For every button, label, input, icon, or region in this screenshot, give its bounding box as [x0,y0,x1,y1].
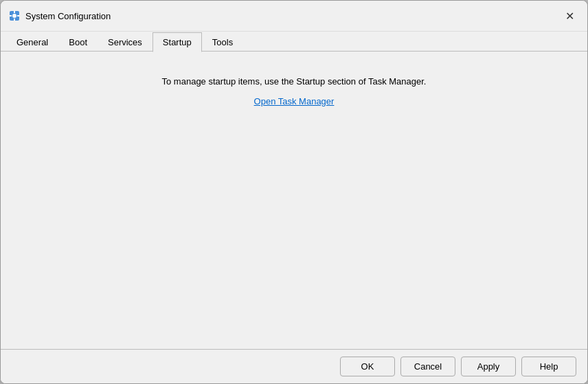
svg-point-1 [12,14,16,18]
window-icon [9,10,20,21]
ok-button[interactable]: OK [340,357,395,376]
info-text: To manage startup items, use the Startup… [162,76,427,87]
tab-bar: General Boot Services Startup Tools [1,32,587,52]
tab-startup[interactable]: Startup [152,32,202,52]
help-button[interactable]: Help [521,357,576,376]
svg-rect-5 [17,15,19,16]
svg-rect-4 [10,15,12,16]
tab-services[interactable]: Services [98,32,152,52]
svg-rect-2 [14,11,15,13]
open-task-manager-link[interactable]: Open Task Manager [251,95,337,108]
title-bar: System Configuration ✕ [1,1,587,32]
button-bar: OK Cancel Apply Help [1,349,587,383]
system-configuration-window: System Configuration ✕ General Boot Serv… [0,0,588,384]
window-title: System Configuration [25,11,111,21]
tab-general[interactable]: General [6,32,58,52]
content-area: To manage startup items, use the Startup… [1,52,587,349]
apply-button[interactable]: Apply [461,357,516,376]
svg-rect-3 [14,19,15,21]
tab-boot[interactable]: Boot [58,32,98,52]
tab-tools[interactable]: Tools [202,32,243,52]
close-button[interactable]: ✕ [560,6,579,25]
cancel-button[interactable]: Cancel [400,357,455,376]
